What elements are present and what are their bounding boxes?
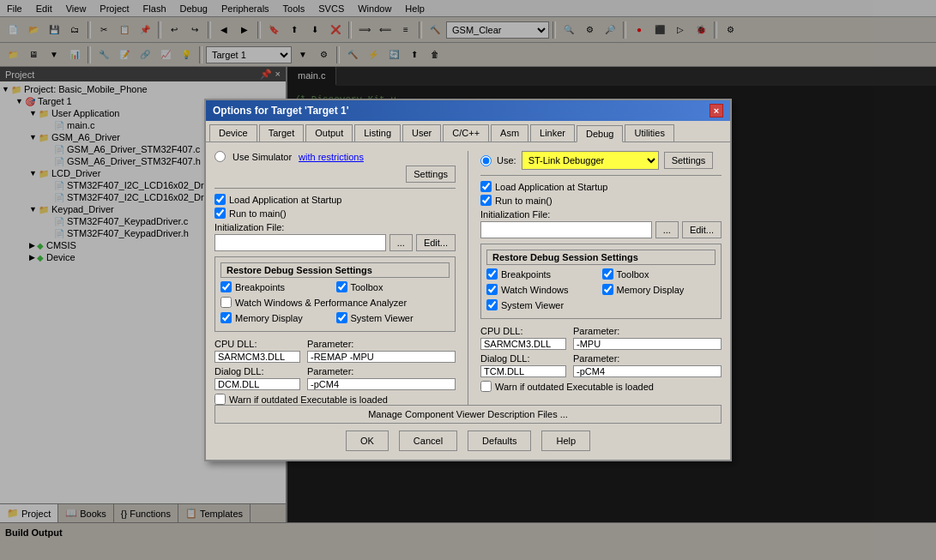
dialog-dll-row-left: Dialog DLL: Parameter: <box>214 366 456 390</box>
help-btn[interactable]: Help <box>541 431 590 451</box>
debugger-combo[interactable]: ST-Link Debugger <box>522 151 659 170</box>
restore-section-right: Restore Debug Session Settings Breakpoin… <box>480 244 722 319</box>
dialog-dll-col-left: Dialog DLL: <box>214 366 300 390</box>
warn-label-left: Warn if outdated Executable is loaded <box>229 394 388 405</box>
left-col: Use Simulator with restrictions Settings… <box>214 151 456 405</box>
tab-target[interactable]: Target <box>259 124 305 142</box>
cpu-dll-input-right[interactable] <box>480 338 566 350</box>
modal-body: Use Simulator with restrictions Settings… <box>206 142 730 460</box>
toolbox-check-right[interactable] <box>602 268 613 280</box>
init-file-label-right: Initialization File: <box>480 209 722 220</box>
watch-check-left[interactable] <box>220 297 232 308</box>
defaults-btn[interactable]: Defaults <box>468 431 531 451</box>
left-settings-btn[interactable]: Settings <box>406 166 456 183</box>
cpu-param-input-right[interactable] <box>573 338 722 350</box>
warn-row-right: Warn if outdated Executable is loaded <box>480 381 722 392</box>
breakpoints-check-left[interactable] <box>220 281 232 292</box>
simulator-label: Use Simulator <box>232 152 292 162</box>
ok-btn[interactable]: OK <box>346 431 389 451</box>
memory-check-left[interactable] <box>220 312 232 323</box>
dialog-param-col-right: Parameter: <box>573 353 722 377</box>
dialog-dll-input-left[interactable] <box>214 378 300 390</box>
divider2 <box>480 175 722 176</box>
use-radio[interactable] <box>480 155 492 166</box>
tab-device[interactable]: Device <box>209 124 257 142</box>
dialog-dll-label-left: Dialog DLL: <box>214 366 300 376</box>
load-app-check[interactable] <box>214 194 226 205</box>
watch-row-left: Watch Windows & Performance Analyzer <box>220 297 450 308</box>
cpu-dll-label-left: CPU DLL: <box>214 339 300 349</box>
cpu-param-input-left[interactable] <box>307 351 456 363</box>
watch-label-left: Watch Windows & Performance Analyzer <box>235 298 407 308</box>
toolbox-check-left[interactable] <box>336 281 347 292</box>
tab-debug[interactable]: Debug <box>577 125 623 142</box>
run-to-main-row-right: Run to main() <box>480 195 722 206</box>
tab-user[interactable]: User <box>402 124 441 142</box>
load-app-label: Load Application at Startup <box>229 195 341 205</box>
run-to-main-check-right[interactable] <box>480 195 492 206</box>
breakpoints-row-right: Breakpoints <box>486 268 601 280</box>
watch-check-right[interactable] <box>486 284 498 295</box>
edit-btn-right[interactable]: Edit... <box>682 221 722 238</box>
load-app-row: Load Application at Startup <box>214 194 456 205</box>
cancel-btn[interactable]: Cancel <box>399 431 457 451</box>
warn-check-left[interactable] <box>214 394 226 405</box>
dialog-dll-input-right[interactable] <box>480 365 566 377</box>
init-file-input[interactable] <box>214 234 386 251</box>
init-file-label: Initialization File: <box>214 222 456 232</box>
load-app-row-right: Load Application at Startup <box>480 181 722 192</box>
cpu-param-label-right: Parameter: <box>573 326 722 336</box>
init-file-field: ... Edit... <box>214 234 456 251</box>
dialog-dll-label-right: Dialog DLL: <box>480 353 566 364</box>
sysviewer-check-left[interactable] <box>336 312 347 323</box>
tab-cc[interactable]: C/C++ <box>443 124 489 142</box>
simulator-radio-row: Use Simulator with restrictions <box>214 151 456 162</box>
init-file-field-right: ... Edit... <box>480 221 722 238</box>
tab-output[interactable]: Output <box>305 124 353 142</box>
breakpoints-check-right[interactable] <box>486 268 498 280</box>
sysviewer-check-right[interactable] <box>486 299 498 310</box>
memory-row-right: Memory Display <box>602 284 716 295</box>
edit-btn-left[interactable]: Edit... <box>416 234 456 251</box>
init-file-input-right[interactable] <box>480 221 652 238</box>
cpu-param-label-left: Parameter: <box>307 339 456 349</box>
dialog-param-input-right[interactable] <box>573 365 722 377</box>
memory-check-right[interactable] <box>602 284 613 295</box>
restore-section-left: Restore Debug Session Settings Breakpoin… <box>214 256 456 332</box>
tab-linker[interactable]: Linker <box>530 124 575 142</box>
with-restrictions-link[interactable]: with restrictions <box>299 152 364 162</box>
memory-label-right: Memory Display <box>617 285 685 295</box>
tab-asm[interactable]: Asm <box>491 124 528 142</box>
warn-check-right[interactable] <box>480 381 492 392</box>
watch-row-right: Watch Windows <box>486 284 601 295</box>
manage-cvd-btn[interactable]: Manage Component Viewer Description File… <box>214 405 722 424</box>
cpu-param-col-left: Parameter: <box>307 339 456 363</box>
right-settings-btn[interactable]: Settings <box>664 152 714 169</box>
modal-title: Options for Target 'Target 1' <box>213 105 349 117</box>
sysviewer-label-left: System Viewer <box>351 313 414 323</box>
dialog-param-col-left: Parameter: <box>307 366 456 390</box>
simulator-radio[interactable] <box>214 151 226 162</box>
use-row: Use: ST-Link Debugger Settings <box>480 151 722 170</box>
modal-close-btn[interactable]: × <box>710 104 723 117</box>
cpu-dll-input-left[interactable] <box>214 351 300 363</box>
load-app-check-right[interactable] <box>480 181 492 192</box>
run-to-main-check[interactable] <box>214 208 226 219</box>
dialog-param-input-left[interactable] <box>307 378 456 390</box>
cpu-param-col-right: Parameter: <box>573 326 722 350</box>
browse-btn-left[interactable]: ... <box>389 234 413 251</box>
run-to-main-row: Run to main() <box>214 208 456 219</box>
breakpoints-row-left: Breakpoints <box>220 281 335 292</box>
browse-btn-right[interactable]: ... <box>655 221 679 238</box>
toolbox-label-right: Toolbox <box>617 269 649 280</box>
cpu-dll-col-left: CPU DLL: <box>214 339 300 363</box>
modal-two-col: Use Simulator with restrictions Settings… <box>214 151 722 405</box>
restore-label-right: Restore Debug Session Settings <box>486 250 716 265</box>
sysviewer-row-right: System Viewer <box>486 299 716 310</box>
cpu-dll-col-right: CPU DLL: <box>480 326 566 350</box>
tab-utilities[interactable]: Utilities <box>625 124 673 142</box>
watch-label-right: Watch Windows <box>501 285 568 295</box>
right-col: Use: ST-Link Debugger Settings Load Appl… <box>480 151 722 405</box>
use-label: Use: <box>497 155 516 166</box>
tab-listing[interactable]: Listing <box>354 124 401 142</box>
